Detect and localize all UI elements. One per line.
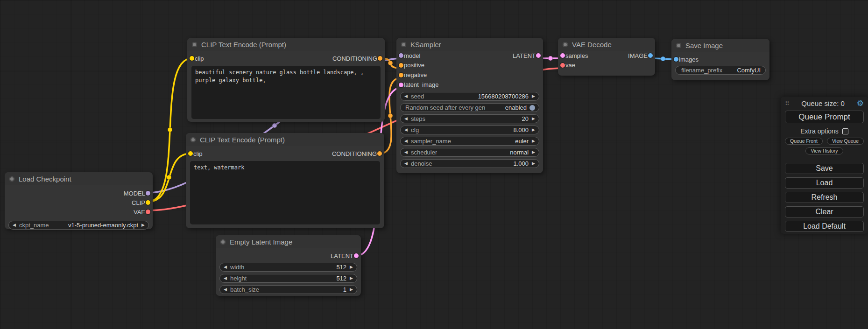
widget-value: 20 xyxy=(522,115,529,122)
decrement-arrow-icon[interactable]: ◀ xyxy=(224,276,227,280)
collapse-dot-icon[interactable] xyxy=(9,176,14,182)
collapse-dot-icon[interactable] xyxy=(220,239,226,245)
refresh-button[interactable]: Refresh xyxy=(785,192,864,203)
increment-arrow-icon[interactable]: ▶ xyxy=(350,276,353,280)
samples-input-label: samples xyxy=(565,52,588,59)
collapse-dot-icon[interactable] xyxy=(192,42,197,47)
height-widget[interactable]: ◀ height 512 ▶ xyxy=(219,274,357,283)
image-output-slot[interactable] xyxy=(648,53,653,58)
link-midpoint-dot xyxy=(548,56,553,61)
latent-image-input-slot[interactable] xyxy=(399,83,403,87)
increment-arrow-icon[interactable]: ▶ xyxy=(532,139,535,143)
clip-input-slot[interactable] xyxy=(188,151,193,156)
settings-gear-icon[interactable]: ⚙ xyxy=(857,99,864,107)
node-graph-canvas[interactable]: Load Checkpoint MODEL CLIP VAE ◀ ckpt_na… xyxy=(0,0,868,329)
node-title-bar[interactable]: Load Checkpoint xyxy=(5,172,153,185)
node-title-bar[interactable]: KSampler xyxy=(396,38,543,51)
increment-arrow-icon[interactable]: ▶ xyxy=(532,94,535,98)
widget-value: v1-5-pruned-emaonly.ckpt xyxy=(68,222,138,229)
node-title-bar[interactable]: VAE Decode xyxy=(558,38,655,51)
conditioning-output-slot[interactable] xyxy=(378,56,382,61)
load-button[interactable]: Load xyxy=(785,177,864,189)
node-clip-text-encode-negative[interactable]: CLIP Text Encode (Prompt) clip CONDITION… xyxy=(186,133,384,228)
drag-handle-icon[interactable]: ⠿ xyxy=(785,100,790,107)
increment-arrow-icon[interactable]: ▶ xyxy=(532,161,535,166)
negative-input-slot[interactable] xyxy=(399,73,403,77)
widget-label: ckpt_name xyxy=(19,222,49,229)
increment-arrow-icon[interactable]: ▶ xyxy=(532,117,535,121)
widget-value: enabled xyxy=(505,104,527,111)
latent-output-slot[interactable] xyxy=(536,53,541,58)
toggle-dot-icon[interactable] xyxy=(529,105,535,111)
increment-arrow-icon[interactable]: ▶ xyxy=(532,128,535,132)
positive-input-slot[interactable] xyxy=(399,63,403,68)
filename-prefix-widget[interactable]: filename_prefix ComfyUI xyxy=(675,66,766,75)
decrement-arrow-icon[interactable]: ◀ xyxy=(224,265,227,269)
seed-widget[interactable]: ◀ seed 156680208700286 ▶ xyxy=(400,92,539,101)
decrement-arrow-icon[interactable]: ◀ xyxy=(224,287,227,292)
decrement-arrow-icon[interactable]: ◀ xyxy=(404,150,408,154)
latent-output-slot[interactable] xyxy=(354,253,359,258)
decrement-arrow-icon[interactable]: ◀ xyxy=(404,161,408,166)
collapse-dot-icon[interactable] xyxy=(563,42,568,47)
steps-widget[interactable]: ◀ steps 20 ▶ xyxy=(400,114,539,123)
samples-input-slot[interactable] xyxy=(560,53,565,58)
negative-prompt-textarea[interactable]: text, watermark xyxy=(190,161,380,224)
random-seed-toggle-widget[interactable]: Random seed after every gen enabled xyxy=(400,103,539,112)
increment-arrow-icon[interactable]: ▶ xyxy=(532,150,535,154)
clear-button[interactable]: Clear xyxy=(785,206,864,217)
node-clip-text-encode-positive[interactable]: CLIP Text Encode (Prompt) clip CONDITION… xyxy=(187,38,385,122)
conditioning-output-slot[interactable] xyxy=(377,151,382,156)
node-load-checkpoint[interactable]: Load Checkpoint MODEL CLIP VAE ◀ ckpt_na… xyxy=(5,172,153,229)
save-button[interactable]: Save xyxy=(785,163,864,174)
node-ksampler[interactable]: KSampler model LATENT positive negative … xyxy=(396,38,543,173)
width-widget[interactable]: ◀ width 512 ▶ xyxy=(219,263,357,272)
view-history-button[interactable]: View History xyxy=(805,147,843,154)
cfg-widget[interactable]: ◀ cfg 8.000 ▶ xyxy=(400,126,539,134)
collapse-dot-icon[interactable] xyxy=(401,42,406,47)
node-title-bar[interactable]: Empty Latent Image xyxy=(216,235,361,248)
extra-options-checkbox[interactable] xyxy=(842,128,848,134)
decrement-arrow-icon[interactable]: ◀ xyxy=(404,117,408,121)
collapse-dot-icon[interactable] xyxy=(191,137,196,142)
link-midpoint-dot xyxy=(168,127,172,132)
node-title-bar[interactable]: CLIP Text Encode (Prompt) xyxy=(187,38,385,51)
node-save-image[interactable]: Save Image images filename_prefix ComfyU… xyxy=(671,39,769,80)
negative-input-label: negative xyxy=(404,71,427,78)
vae-input-slot[interactable] xyxy=(560,63,565,68)
clip-input-slot[interactable] xyxy=(190,56,194,61)
decrement-arrow-icon[interactable]: ◀ xyxy=(404,94,408,98)
sampler-name-widget[interactable]: ◀ sampler_name euler ▶ xyxy=(400,137,539,146)
load-default-button[interactable]: Load Default xyxy=(785,221,864,232)
scheduler-widget[interactable]: ◀ scheduler normal ▶ xyxy=(400,148,539,157)
view-queue-button[interactable]: View Queue xyxy=(827,138,864,145)
denoise-widget[interactable]: ◀ denoise 1.000 ▶ xyxy=(400,159,539,168)
decrement-arrow-icon[interactable]: ◀ xyxy=(404,128,408,132)
image-output-label: IMAGE xyxy=(628,52,648,59)
queue-prompt-button[interactable]: Queue Prompt xyxy=(785,111,864,123)
node-title-bar[interactable]: CLIP Text Encode (Prompt) xyxy=(186,133,384,146)
positive-prompt-textarea[interactable]: beautiful scenery nature glass bottle la… xyxy=(191,66,381,119)
increment-arrow-icon[interactable]: ▶ xyxy=(350,265,353,269)
decrement-arrow-icon[interactable]: ◀ xyxy=(404,139,408,143)
widget-value: ComfyUI xyxy=(737,67,761,74)
widget-value: 512 xyxy=(336,275,346,282)
images-input-slot[interactable] xyxy=(674,57,678,62)
model-input-slot[interactable] xyxy=(399,53,403,58)
vae-output-slot[interactable] xyxy=(146,210,150,214)
queue-size-label: Queue size: 0 xyxy=(790,99,857,107)
collapse-dot-icon[interactable] xyxy=(676,43,681,48)
clip-output-slot[interactable] xyxy=(146,200,150,205)
node-title-bar[interactable]: Save Image xyxy=(671,39,769,52)
model-output-slot[interactable] xyxy=(146,191,150,196)
node-empty-latent-image[interactable]: Empty Latent Image LATENT ◀ width 512 ▶ … xyxy=(216,235,361,296)
increment-arrow-icon[interactable]: ▶ xyxy=(141,223,145,227)
node-vae-decode[interactable]: VAE Decode samples IMAGE vae xyxy=(558,38,655,76)
queue-front-button[interactable]: Queue Front xyxy=(785,138,823,145)
increment-arrow-icon[interactable]: ▶ xyxy=(350,287,353,292)
node-title: CLIP Text Encode (Prompt) xyxy=(201,41,286,49)
decrement-arrow-icon[interactable]: ◀ xyxy=(13,223,16,227)
node-title: KSampler xyxy=(410,41,441,49)
ckpt-name-widget[interactable]: ◀ ckpt_name v1-5-pruned-emaonly.ckpt ▶ xyxy=(8,221,149,230)
batch-size-widget[interactable]: ◀ batch_size 1 ▶ xyxy=(219,285,357,294)
